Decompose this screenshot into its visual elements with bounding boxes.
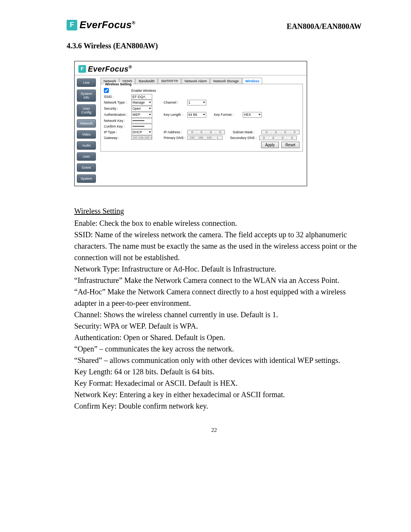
logo-text: EverFocus®	[80, 19, 135, 31]
app-logo-mark-icon: F	[78, 65, 86, 73]
apply-button[interactable]: Apply	[261, 142, 279, 148]
chevron-down-icon	[258, 114, 261, 115]
body-paragraph: Authentication: Open or Shared. Default …	[74, 332, 362, 343]
chevron-down-icon	[149, 131, 151, 133]
body-paragraph: Enable: Check the box to enable wireless…	[74, 217, 362, 229]
ip-type-label: IP Type :	[104, 130, 130, 134]
wireless-fieldset: Wireless Setting Enable Wireless SSID :	[100, 84, 303, 152]
ssid-label: SSID :	[104, 95, 130, 99]
body-paragraph: SSID: Name of the wireless network the c…	[74, 229, 362, 263]
security-select[interactable]: Open	[131, 106, 152, 112]
fieldset-legend: Wireless Setting	[104, 82, 133, 86]
logo-mark-icon: F	[67, 20, 77, 30]
chevron-down-icon	[149, 108, 151, 109]
body-paragraph: “Ad-Hoc” Make the Network Camera connect…	[74, 286, 362, 309]
sidebar-item-video[interactable]: Video	[77, 130, 96, 139]
sidebar: Live System Info User Config Network Vid…	[75, 75, 98, 186]
gateway-label: Gateway :	[104, 136, 130, 140]
body-heading: Wireless Setting	[74, 205, 362, 217]
tab-smtp-ftp[interactable]: SMTP/FTP	[158, 78, 181, 84]
body-paragraph: “Open” – communicates the key across the…	[74, 343, 362, 355]
body-paragraph: Network Type: Infrastructure or Ad-Hoc. …	[74, 263, 362, 275]
network-key-label: Network Key :	[104, 119, 130, 123]
body-paragraph: Key Length: 64 or 128 bits. Default is 6…	[74, 366, 362, 377]
body-text: Wireless Setting Enable: Check the box t…	[74, 205, 362, 412]
primary-dns-label: Primary DNS :	[164, 136, 186, 140]
body-paragraph: Channel: Shows the wireless channel curr…	[74, 309, 362, 320]
key-format-label: Key Format :	[214, 113, 241, 117]
chevron-down-icon	[149, 114, 151, 115]
secondary-dns-label: Secondary DNS :	[230, 136, 258, 140]
app-logo-text: EverFocus®	[88, 64, 132, 73]
key-length-label: Key Length :	[164, 113, 186, 117]
enable-wireless-checkbox[interactable]	[104, 88, 109, 93]
sidebar-item-event[interactable]: Event	[77, 163, 96, 172]
gateway-input: 192.168.100.1	[131, 136, 152, 140]
tab-network-storage[interactable]: Network Storage	[210, 78, 242, 84]
tab-network-alarm[interactable]: Network Alarm	[182, 78, 210, 84]
ip-address-input: 0. 0. 0. 0	[187, 130, 225, 134]
subnet-mask-label: Subnet Mask :	[233, 130, 260, 134]
authentication-select[interactable]: WEP	[131, 112, 152, 118]
doc-header: F EverFocus® EAN800A/EAN800AW	[67, 19, 362, 31]
reset-button[interactable]: Reset	[281, 142, 299, 148]
sidebar-item-user[interactable]: User	[77, 152, 96, 161]
body-paragraph: Security: WPA or WEP. Default is WPA.	[74, 320, 362, 332]
channel-label: Channel :	[164, 101, 186, 104]
sidebar-item-user-config[interactable]: User Config	[77, 104, 96, 117]
sidebar-item-system[interactable]: System	[77, 174, 96, 183]
sidebar-item-system-info[interactable]: System Info	[77, 89, 96, 102]
network-key-input[interactable]	[131, 118, 152, 123]
ip-address-label: IP Address :	[164, 130, 186, 134]
security-label: Security :	[104, 107, 130, 110]
app-screenshot: F EverFocus® Live System Info User Confi…	[74, 61, 307, 186]
chevron-down-icon	[203, 114, 205, 115]
body-paragraph: “Infrastructure” Make the Network Camera…	[74, 275, 362, 286]
key-format-select[interactable]: HEX	[243, 112, 262, 118]
primary-dns-input: 192.168.100.1	[187, 136, 223, 140]
chevron-down-icon	[149, 102, 151, 103]
body-paragraph: Network Key: Entering a key in either he…	[74, 389, 362, 400]
sidebar-item-audio[interactable]: Audio	[77, 141, 96, 150]
secondary-dns-input: 0. 0. 0. 0	[259, 136, 297, 140]
section-heading: 4.3.6 Wireless (EAN800AW)	[67, 42, 362, 50]
body-paragraph: “Shared” – allows communication only wit…	[74, 355, 362, 366]
body-paragraph: Confirm Key: Double confirm network key.	[74, 400, 362, 412]
app-header: F EverFocus®	[75, 61, 307, 75]
channel-select[interactable]: 1	[187, 100, 206, 105]
ip-type-select[interactable]: DHCP	[131, 129, 152, 135]
network-type-select[interactable]: Manage	[131, 100, 152, 105]
ssid-input[interactable]	[131, 94, 152, 99]
model-title: EAN800A/EAN800AW	[287, 22, 362, 31]
network-type-label: Network Type :	[104, 101, 130, 104]
everfocus-logo: F EverFocus®	[67, 19, 135, 31]
body-paragraph: Key Format: Hexadecimal or ASCII. Defaul…	[74, 377, 362, 389]
page-number: 22	[67, 427, 362, 433]
chevron-down-icon	[203, 102, 205, 103]
authentication-label: Authentication :	[104, 113, 130, 117]
content-panel: Network DDNS Bandwidth SMTP/FTP Network …	[98, 75, 307, 186]
subnet-mask-input: 0. 0. 0. 0	[261, 130, 299, 134]
enable-wireless-label: Enable Wireless	[131, 89, 156, 93]
sidebar-item-network[interactable]: Network	[77, 119, 96, 128]
confirm-key-label: Confirm Key :	[104, 125, 130, 128]
sidebar-item-live[interactable]: Live	[77, 78, 96, 87]
confirm-key-input[interactable]	[131, 124, 152, 129]
tab-wireless[interactable]: Wireless	[242, 78, 263, 84]
tab-bandwidth[interactable]: Bandwidth	[135, 78, 158, 84]
key-length-select[interactable]: 64 Bit	[187, 112, 206, 118]
